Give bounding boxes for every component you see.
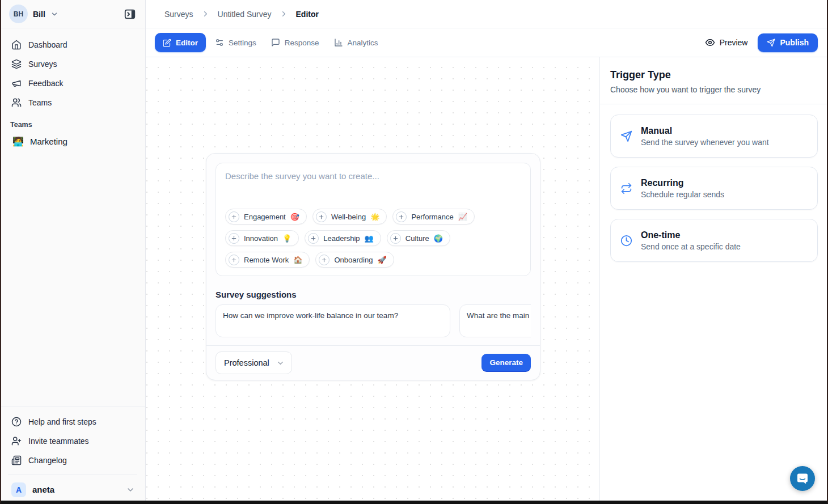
main-column: Surveys Untitled Survey Editor Editor Se… (146, 0, 828, 504)
sidebar-item-label: Feedback (28, 79, 63, 88)
suggestion-card[interactable]: What are the main ob (459, 304, 531, 337)
tab-analytics[interactable]: Analytics (328, 33, 384, 52)
trigger-option-manual[interactable]: Manual Send the survey whenever you want (610, 115, 818, 158)
sidebar-item-help[interactable]: Help and first steps (8, 412, 137, 431)
trigger-option-title: Manual (641, 126, 769, 136)
chip-emoji: 🌍 (434, 234, 443, 243)
topic-chip-innovation[interactable]: Innovation 💡 (225, 230, 299, 246)
chip-emoji: 🎯 (290, 213, 299, 221)
chip-emoji: 💡 (282, 234, 292, 243)
topic-chip-performance[interactable]: Performance 📈 (392, 209, 475, 225)
sidebar-item-surveys[interactable]: Surveys (8, 54, 137, 74)
sidebar-item-teams[interactable]: Teams (8, 93, 137, 112)
plus-icon (316, 211, 327, 222)
panel-collapse-icon (124, 8, 136, 20)
chip-emoji: 📈 (458, 213, 467, 221)
chevron-down-icon (50, 10, 58, 18)
tab-editor[interactable]: Editor (155, 33, 206, 52)
plus-icon (390, 233, 401, 244)
composer-footer: Professional Generate (206, 345, 540, 380)
topic-chip-engagement[interactable]: Engagement 🎯 (225, 209, 307, 225)
trigger-option-text: Manual Send the survey whenever you want (641, 126, 769, 147)
generate-button[interactable]: Generate (481, 354, 531, 372)
tone-select[interactable]: Professional (216, 351, 292, 374)
account-menu[interactable]: A aneta (8, 475, 137, 504)
sidebar-spacer (0, 151, 145, 406)
bar-chart-icon (334, 38, 343, 47)
eye-icon (705, 37, 715, 48)
trigger-option-text: One-time Send once at a specific date (641, 230, 741, 251)
topic-chip-culture[interactable]: Culture 🌍 (387, 230, 450, 246)
chip-emoji: 🌟 (370, 213, 379, 221)
topic-chip-remote-work[interactable]: Remote Work 🏠 (225, 252, 310, 268)
chat-launcher-button[interactable] (790, 466, 815, 491)
tab-settings[interactable]: Settings (209, 33, 262, 52)
toolbar-right: Preview Publish (705, 33, 818, 52)
trigger-panel-subtitle: Choose how you want to trigger the surve… (610, 85, 818, 94)
chip-label: Culture (405, 234, 429, 243)
chip-label: Innovation (244, 234, 278, 243)
send-icon (767, 39, 775, 47)
workspace-switcher[interactable]: BH Bill (9, 5, 58, 23)
users-icon (11, 98, 22, 108)
suggestion-card[interactable]: How can we improve work-life balance in … (216, 304, 450, 337)
tab-response[interactable]: Response (265, 33, 325, 52)
sidebar-header: BH Bill (0, 0, 145, 28)
sidebar-item-dashboard[interactable]: Dashboard (8, 35, 137, 54)
topic-chip-leadership[interactable]: Leadership 👥 (305, 230, 381, 246)
preview-button[interactable]: Preview (705, 37, 748, 48)
tab-label: Settings (229, 39, 256, 47)
trigger-panel-title: Trigger Type (610, 69, 818, 81)
send-icon (620, 130, 632, 142)
trigger-option-recurring[interactable]: Recurring Schedule regular sends (610, 167, 818, 210)
composer-card: Describe the survey you want to create..… (206, 153, 540, 380)
chevron-down-icon (276, 359, 285, 367)
breadcrumb-untitled-survey[interactable]: Untitled Survey (218, 10, 272, 19)
trigger-option-one-time[interactable]: One-time Send once at a specific date (610, 219, 818, 262)
sidebar-item-label: Changelog (28, 456, 67, 465)
chevron-down-icon (126, 485, 135, 494)
trigger-option-title: One-time (641, 230, 741, 240)
chip-label: Performance (411, 213, 453, 221)
chip-label: Remote Work (244, 256, 289, 264)
collapse-sidebar-button[interactable] (122, 7, 137, 22)
sidebar-item-invite[interactable]: Invite teammates (8, 431, 137, 451)
prompt-input[interactable]: Describe the survey you want to create..… (216, 163, 531, 276)
breadcrumb-surveys[interactable]: Surveys (164, 10, 193, 19)
repeat-icon (620, 183, 632, 194)
content-row: Describe the survey you want to create..… (146, 57, 828, 504)
help-circle-icon (11, 417, 22, 427)
tab-label: Editor (176, 39, 198, 47)
publish-button[interactable]: Publish (758, 33, 818, 52)
teams-section-label: Teams (8, 121, 137, 129)
sidebar-item-label: Dashboard (28, 40, 67, 49)
chip-emoji: 👥 (365, 234, 374, 243)
sidebar-item-label: Invite teammates (28, 437, 89, 446)
clock-icon (620, 235, 632, 247)
sidebar-item-changelog[interactable]: Changelog (8, 451, 137, 470)
account-name: aneta (32, 485, 120, 494)
chip-label: Engagement (244, 213, 286, 221)
chevron-right-icon (201, 10, 210, 18)
plus-icon (396, 211, 407, 222)
topic-chip-onboarding[interactable]: Onboarding 🚀 (315, 252, 394, 268)
chip-label: Well-being (331, 213, 366, 221)
topic-chips: Engagement 🎯 Well-being 🌟 (225, 209, 521, 268)
megaphone-icon (11, 78, 22, 88)
toolbar: Editor Settings Response Analytics (146, 28, 828, 57)
chevron-right-icon (280, 10, 288, 18)
sidebar-item-feedback[interactable]: Feedback (8, 74, 137, 93)
sidebar-footer-nav: Help and first steps Invite teammates Ch… (0, 406, 145, 504)
home-icon (11, 40, 22, 50)
sidebar-item-label: Teams (28, 98, 52, 107)
workspace-name: Bill (33, 10, 45, 19)
trigger-option-text: Recurring Schedule regular sends (641, 178, 724, 199)
sidebar-item-marketing[interactable]: 🧑‍💻 Marketing (8, 131, 137, 151)
trigger-options: Manual Send the survey whenever you want… (600, 104, 828, 272)
topic-chip-wellbeing[interactable]: Well-being 🌟 (312, 209, 387, 225)
editor-canvas[interactable]: Describe the survey you want to create..… (146, 57, 599, 504)
plus-icon (229, 211, 239, 222)
composer-body: Describe the survey you want to create..… (206, 154, 540, 337)
tab-label: Analytics (348, 39, 378, 47)
newspaper-icon (11, 455, 22, 465)
